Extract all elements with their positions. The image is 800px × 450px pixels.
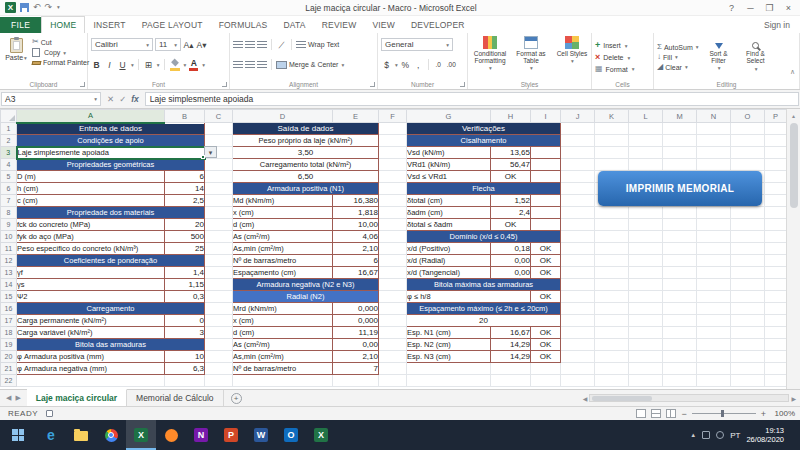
tray-network-icon[interactable] [716, 431, 724, 439]
cell-B15[interactable]: 0,3 [165, 291, 205, 303]
cell-N1[interactable] [697, 123, 731, 135]
minimize-button[interactable]: ─ [741, 3, 760, 13]
cell-O22[interactable] [731, 375, 765, 387]
cell-H7[interactable]: 1,52 [491, 195, 531, 207]
row-header-8[interactable]: 8 [1, 207, 17, 219]
cell-M16[interactable] [663, 303, 697, 315]
font-family-select[interactable]: Calibri▾ [91, 38, 153, 51]
cell-L19[interactable] [629, 339, 663, 351]
vertical-scrollbar[interactable]: ▴ [786, 109, 800, 389]
cell-B20[interactable]: 10 [165, 351, 205, 363]
format-cells-button[interactable]: ▦Format▾ [595, 65, 635, 73]
cell-G20[interactable]: Esp. N3 (cm) [407, 351, 491, 363]
shrink-font-button[interactable]: A▾ [196, 39, 207, 51]
cell-M22[interactable] [663, 375, 697, 387]
cell-P22[interactable] [765, 375, 787, 387]
cell-J1[interactable] [561, 123, 595, 135]
imprimir-memorial-button[interactable]: IMPRIMIR MEMORIAL [598, 171, 762, 206]
restore-button[interactable]: ❐ [760, 3, 779, 13]
cell-A18[interactable]: Carga variável (kN/m²) [17, 327, 165, 339]
taskbar-app-powerpoint[interactable]: P [216, 420, 246, 450]
cell-D13[interactable]: Espaçamento (cm) [233, 267, 333, 279]
row-header-2[interactable]: 2 [1, 135, 17, 147]
collapse-ribbon-icon[interactable]: ∧ [790, 68, 795, 76]
cell-K12[interactable] [595, 255, 629, 267]
column-header-C[interactable]: C [205, 110, 233, 123]
cell-M8[interactable] [663, 207, 697, 219]
cell-E20[interactable]: 2,10 [333, 351, 379, 363]
cell-C18[interactable] [205, 327, 233, 339]
cell-J13[interactable] [561, 267, 595, 279]
cell-G2[interactable]: Cisalhamento [407, 135, 561, 147]
taskbar-app-file-explorer[interactable] [66, 420, 96, 450]
cell-B21[interactable]: 6,3 [165, 363, 205, 375]
cell-L2[interactable] [629, 135, 663, 147]
cell-K14[interactable] [595, 279, 629, 291]
cell-L10[interactable] [629, 231, 663, 243]
cell-E7[interactable]: 16,380 [333, 195, 379, 207]
cell-C20[interactable] [205, 351, 233, 363]
row-header-4[interactable]: 4 [1, 159, 17, 171]
cell-E18[interactable]: 11,19 [333, 327, 379, 339]
cell-F16[interactable] [379, 303, 407, 315]
cell-I9[interactable] [531, 219, 561, 231]
cell-M3[interactable] [663, 147, 697, 159]
cell-D16[interactable]: Mrd (kNm/m) [233, 303, 333, 315]
cell-B14[interactable]: 1,15 [165, 279, 205, 291]
help-button[interactable]: ? [722, 3, 741, 13]
cell-C8[interactable] [205, 207, 233, 219]
cell-F17[interactable] [379, 315, 407, 327]
cell-G8[interactable]: δadm (cm) [407, 207, 491, 219]
ribbon-tab-review[interactable]: REVIEW [314, 17, 365, 33]
cell-L9[interactable] [629, 219, 663, 231]
cell-N3[interactable] [697, 147, 731, 159]
cell-H9[interactable]: OK [491, 219, 531, 231]
taskbar-app-internet-explorer[interactable]: e [36, 420, 66, 450]
ribbon-tab-developer[interactable]: DEVELOPER [403, 17, 473, 33]
tray-status-icon[interactable] [702, 431, 710, 439]
cell-N18[interactable] [697, 327, 731, 339]
cell-L12[interactable] [629, 255, 663, 267]
cell-L22[interactable] [629, 375, 663, 387]
row-header-11[interactable]: 11 [1, 243, 17, 255]
cell-G13[interactable]: x/d (Tangencial) [407, 267, 491, 279]
cell-N19[interactable] [697, 339, 731, 351]
accounting-format-button[interactable]: $ [381, 59, 392, 71]
align-top-button[interactable] [233, 41, 243, 49]
next-sheet-icon[interactable]: ▶ [15, 394, 20, 402]
cell-C1[interactable] [205, 123, 233, 135]
cell-H3[interactable]: 13,65 [491, 147, 531, 159]
cell-D18[interactable]: d (cm) [233, 327, 333, 339]
cell-A5[interactable]: D (m) [17, 171, 165, 183]
cell-L14[interactable] [629, 279, 663, 291]
cell-G7[interactable]: δtotal (cm) [407, 195, 491, 207]
sign-in-link[interactable]: Sign in [754, 17, 800, 33]
conditional-formatting-button[interactable]: Conditional Formatting▾ [471, 36, 509, 78]
cell-K21[interactable] [595, 363, 629, 375]
cell-N15[interactable] [697, 291, 731, 303]
cell-K15[interactable] [595, 291, 629, 303]
select-all-button[interactable] [1, 110, 17, 123]
tray-expand-icon[interactable]: ▲ [690, 432, 696, 438]
percent-style-button[interactable]: % [400, 59, 411, 71]
copy-button[interactable]: Copy▾ [32, 48, 89, 57]
cell-F14[interactable] [379, 279, 407, 291]
cell-I20[interactable]: OK [531, 351, 561, 363]
cell-N4[interactable] [697, 159, 731, 171]
cell-A7[interactable]: c (cm) [17, 195, 165, 207]
cell-D5[interactable]: 6,50 [233, 171, 379, 183]
cell-F12[interactable] [379, 255, 407, 267]
number-format-select[interactable]: General▾ [381, 38, 453, 51]
cell-O1[interactable] [731, 123, 765, 135]
cell-H21[interactable] [491, 363, 531, 375]
cancel-entry-icon[interactable]: ✕ [107, 94, 114, 104]
cell-J6[interactable] [561, 183, 595, 195]
cell-F7[interactable] [379, 195, 407, 207]
cell-B7[interactable]: 2,5 [165, 195, 205, 207]
decrease-decimal-button[interactable]: .00 [446, 59, 457, 71]
horizontal-scrollbar-thumb[interactable] [592, 396, 652, 401]
sheet-tab-memorial-de-c-lculo[interactable]: Memorial de Cálculo [127, 390, 223, 406]
cell-J5[interactable] [561, 171, 595, 183]
cell-P2[interactable] [765, 135, 787, 147]
cell-P14[interactable] [765, 279, 787, 291]
